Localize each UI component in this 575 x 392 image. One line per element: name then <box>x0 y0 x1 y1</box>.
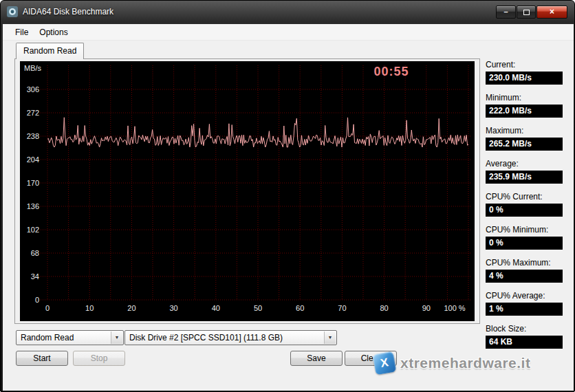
stat-value: 235.9 MB/s <box>486 171 563 184</box>
stat-block-size: Block Size: 64 KB <box>486 324 563 349</box>
app-window: AIDA64 Disk Benchmark – × File Options R… <box>0 0 575 392</box>
stat-label: CPU% Average: <box>486 291 563 301</box>
chevron-down-icon: ▼ <box>324 331 336 344</box>
svg-text:90: 90 <box>422 304 431 312</box>
svg-text:170: 170 <box>27 179 39 187</box>
stat-label: Current: <box>486 60 563 70</box>
minimize-icon: – <box>503 8 508 16</box>
svg-text:238: 238 <box>27 132 39 140</box>
drive-select-value: Disk Drive #2 [SPCC SSD101] (111.8 GB) <box>129 333 283 342</box>
stat-value: 4 % <box>486 270 563 283</box>
stat-cpu-current: CPU% Current: 0 % <box>486 192 563 217</box>
stat-cpu-maximum: CPU% Maximum: 4 % <box>486 258 563 283</box>
close-icon: × <box>550 7 554 17</box>
watermark: X xtremehardware.it <box>374 353 530 373</box>
stat-label: Maximum: <box>486 126 563 136</box>
chart-canvas: MB/s306272238204170136102683400102030405… <box>20 61 475 321</box>
svg-text:40: 40 <box>212 304 220 312</box>
svg-text:0: 0 <box>45 304 50 312</box>
svg-text:306: 306 <box>27 85 39 94</box>
stat-value: 222.0 MB/s <box>486 105 563 118</box>
stat-average: Average: 235.9 MB/s <box>486 159 563 184</box>
stat-current: Current: 230.0 MB/s <box>486 60 563 85</box>
svg-text:60: 60 <box>296 304 304 312</box>
minimize-button[interactable]: – <box>496 6 516 19</box>
svg-text:204: 204 <box>27 155 39 164</box>
stat-cpu-average: CPU% Average: 1 % <box>486 291 563 316</box>
svg-text:50: 50 <box>254 304 262 312</box>
svg-text:272: 272 <box>27 109 39 117</box>
stat-cpu-minimum: CPU% Minimum: 0 % <box>486 225 563 250</box>
svg-text:30: 30 <box>169 304 177 312</box>
svg-text:102: 102 <box>27 226 39 234</box>
app-icon <box>7 6 18 17</box>
stat-label: CPU% Maximum: <box>486 258 563 268</box>
benchmark-type-select[interactable]: Random Read ▼ <box>16 330 124 345</box>
svg-text:0: 0 <box>35 296 39 304</box>
elapsed-timer: 00:55 <box>360 65 422 79</box>
start-button[interactable]: Start <box>16 351 68 366</box>
svg-text:100 %: 100 % <box>444 304 465 312</box>
svg-text:70: 70 <box>338 304 346 312</box>
stats-panel: Current: 230.0 MB/s Minimum: 222.0 MB/s … <box>486 60 563 357</box>
stat-minimum: Minimum: 222.0 MB/s <box>486 93 563 118</box>
svg-text:68: 68 <box>31 249 39 257</box>
svg-text:10: 10 <box>85 304 94 312</box>
menu-item-options[interactable]: Options <box>34 25 73 39</box>
svg-text:MB/s: MB/s <box>24 64 42 72</box>
benchmark-chart: MB/s306272238204170136102683400102030405… <box>20 61 475 321</box>
stat-label: CPU% Current: <box>486 192 563 202</box>
caption-buttons: – × <box>495 6 567 19</box>
close-button[interactable]: × <box>536 6 567 19</box>
window-body: File Options Random Read MB/s30627223820… <box>3 24 574 391</box>
menu-item-file[interactable]: File <box>10 25 34 39</box>
chevron-down-icon: ▼ <box>111 331 122 344</box>
maximize-button[interactable] <box>517 6 536 19</box>
stat-maximum: Maximum: 265.2 MB/s <box>486 126 563 151</box>
drive-select[interactable]: Disk Drive #2 [SPCC SSD101] (111.8 GB) ▼ <box>124 330 337 345</box>
stat-label: Minimum: <box>486 93 563 103</box>
stat-value: 64 KB <box>486 336 563 349</box>
stat-label: Block Size: <box>486 324 563 334</box>
stop-button[interactable]: Stop <box>73 351 125 366</box>
svg-text:34: 34 <box>31 272 39 281</box>
stat-value: 1 % <box>486 303 563 316</box>
menubar: File Options <box>3 24 574 41</box>
stat-value: 0 % <box>486 204 563 217</box>
titlebar[interactable]: AIDA64 Disk Benchmark – × <box>1 1 574 24</box>
benchmark-type-value: Random Read <box>21 333 74 342</box>
svg-text:80: 80 <box>380 304 388 312</box>
tab-page: MB/s306272238204170136102683400102030405… <box>14 58 480 324</box>
stat-value: 265.2 MB/s <box>486 138 563 151</box>
window-title: AIDA64 Disk Benchmark <box>23 7 113 17</box>
svg-text:20: 20 <box>127 304 135 312</box>
watermark-text: xtremehardware.it <box>400 355 530 371</box>
maximize-icon <box>523 10 530 15</box>
stat-value: 230.0 MB/s <box>486 72 563 85</box>
tab-random-read[interactable]: Random Read <box>16 43 84 59</box>
stat-label: CPU% Minimum: <box>486 225 563 235</box>
xtremehardware-logo-icon: X <box>373 351 397 375</box>
stat-label: Average: <box>486 159 563 169</box>
stat-value: 0 % <box>486 237 563 250</box>
svg-text:136: 136 <box>27 202 39 210</box>
save-button[interactable]: Save <box>290 351 343 366</box>
